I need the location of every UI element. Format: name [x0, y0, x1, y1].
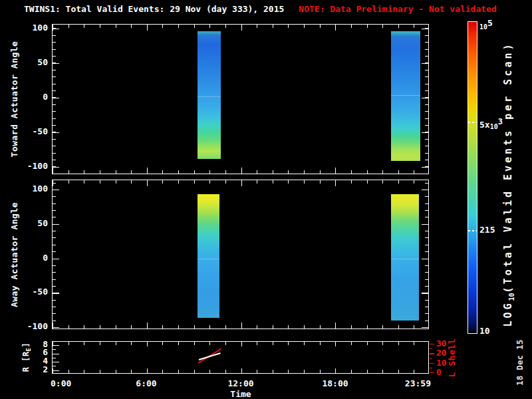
lshell-tick-20: 20 [436, 348, 447, 357]
away-ytick-0: 0 [20, 253, 48, 262]
lshell-tick-0: 0 [436, 368, 442, 376]
date-stamp: 18 Dec 15 [515, 339, 525, 386]
toward-axis-title: Toward Actuator Angle [9, 41, 19, 158]
y-major-ticks-left [53, 342, 59, 373]
colorbar-gradient [468, 22, 477, 333]
x-minor-ticks-bottom [53, 325, 428, 329]
toward-ytick-m100: -100 [20, 162, 48, 170]
away-ytick-100: 100 [20, 184, 48, 193]
xtick-1800: 18:00 [315, 378, 355, 388]
colorbar-label-10: 10 [479, 327, 490, 336]
toward-ytick-50: 50 [20, 58, 48, 66]
lshell-axis-title: L Shell [447, 338, 457, 377]
x-major-ticks-bottom [53, 168, 428, 174]
x-major-ticks-bottom [53, 368, 428, 373]
x-major-ticks-top [53, 342, 428, 346]
colorbar-label-top-exp: 5 [487, 18, 493, 28]
orbit-ytick-2: 2 [20, 365, 48, 374]
scan-band-away-1 [198, 194, 219, 318]
colorbar-label-top: 105 [479, 19, 493, 32]
x-axis-title: Time (UT) [217, 389, 264, 399]
y-major-ticks-right [422, 180, 428, 329]
y-minor-ticks-left [53, 25, 56, 174]
x-major-ticks-bottom [53, 323, 428, 329]
y-minor-ticks-left [53, 342, 56, 373]
lshell-tick-10: 10 [436, 358, 447, 367]
plot-canvas: TWINS1: Total Valid Events: 29 Nov (day … [0, 0, 532, 399]
r-line [199, 352, 221, 360]
scan-band-toward-1 [198, 31, 221, 159]
colorbar-label-215: 215 [479, 225, 495, 235]
colorbar-tick-215 [468, 230, 477, 231]
preliminary-note: NOTE: Data Preliminary - Not validated [299, 4, 496, 14]
colorbar-tick-5e3 [468, 122, 477, 123]
toward-panel [52, 24, 429, 174]
scan-seam [391, 259, 419, 259]
x-minor-ticks-top [53, 25, 428, 28]
away-ytick-m100: -100 [20, 322, 48, 331]
x-major-ticks-top [53, 180, 428, 186]
scan-seam [391, 95, 420, 96]
lshell-minor-ticks [430, 341, 432, 374]
colorbar-axis-title: LOG10(Total Valid Events per Scan) [502, 41, 515, 327]
xtick-0000: 0:00 [51, 378, 71, 388]
y-minor-ticks-left [53, 180, 56, 329]
titlebar: TWINS1: Total Valid Events: 29 Nov (day … [24, 4, 497, 14]
xtick-1200: 12:00 [221, 378, 261, 388]
x-minor-ticks-top [53, 180, 428, 184]
y-major-ticks-right [422, 25, 428, 174]
scan-seam [198, 96, 221, 97]
x-minor-ticks-bottom [53, 170, 428, 174]
toward-ytick-100: 100 [20, 23, 48, 32]
y-minor-ticks-right [425, 25, 428, 174]
y-major-ticks-left [53, 25, 59, 174]
scan-band-toward-2 [391, 31, 420, 161]
orbit-panel [52, 341, 429, 374]
plot-title: TWINS1: Total Valid Events: 29 Nov (day … [24, 4, 284, 14]
x-minor-ticks-top [53, 342, 428, 345]
toward-ytick-0: 0 [20, 92, 48, 101]
colorbar-title-rest: (Total Valid Events per Scan) [502, 41, 514, 293]
colorbar-title-prefix: LOG [502, 301, 514, 327]
x-minor-ticks-bottom [53, 370, 428, 373]
toward-ytick-m50: -50 [20, 127, 48, 136]
colorbar-label-5e3-base: 10 [490, 123, 498, 130]
colorbar-label-5e3-prefix: 5x [479, 120, 490, 130]
away-ytick-m50: -50 [20, 287, 48, 296]
y-minor-ticks-right [425, 180, 428, 329]
colorbar [467, 21, 477, 334]
scan-seam [198, 259, 219, 259]
away-axis-title: Away Actuator Angle [9, 202, 19, 307]
xtick-0600: 6:00 [126, 378, 166, 388]
y-major-ticks-left [53, 180, 59, 329]
lshell-major-ticks [430, 341, 434, 374]
lshell-tick-30: 30 [436, 339, 447, 348]
colorbar-label-5e3: 5x103 [479, 117, 503, 132]
xtick-2359: 23:59 [392, 378, 431, 388]
away-ytick-50: 50 [20, 219, 48, 227]
colorbar-label-top-base: 10 [479, 23, 487, 31]
x-major-ticks-top [53, 25, 428, 31]
scan-band-away-2 [391, 194, 419, 321]
colorbar-title-sub: 10 [508, 293, 515, 301]
away-panel [52, 180, 429, 329]
